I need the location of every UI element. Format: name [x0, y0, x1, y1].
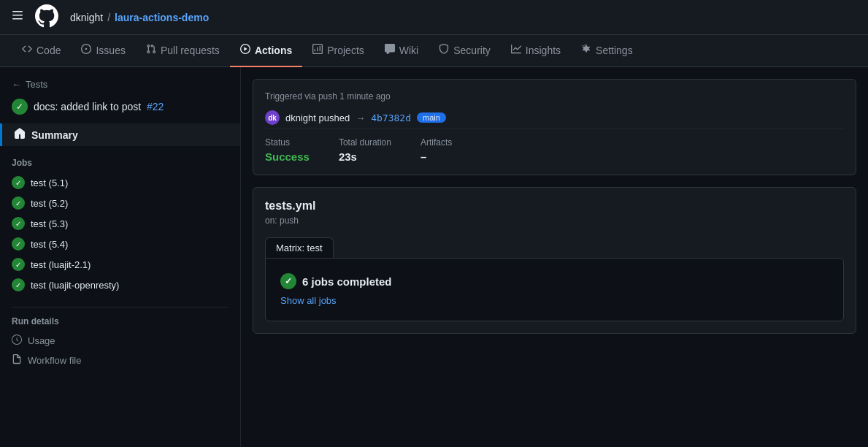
sidebar: ← Tests ✓ docs: added link to post #22 S…: [0, 67, 241, 447]
job-item-2[interactable]: ✓ test (5.2): [0, 193, 240, 213]
tab-actions-label: Actions: [255, 45, 292, 56]
jobs-completed-row: ✓ 6 jobs completed: [280, 273, 829, 289]
job-check-4: ✓: [12, 237, 25, 251]
tab-pull-requests[interactable]: Pull requests: [136, 35, 230, 67]
job-label-4: test (5.4): [31, 239, 68, 250]
duration-label: Total duration: [339, 137, 391, 148]
summary-icon: [14, 128, 26, 142]
tab-insights-label: Insights: [526, 45, 561, 56]
workflow-file-icon: [12, 354, 22, 367]
job-check-3: ✓: [12, 217, 25, 230]
branch-badge[interactable]: main: [417, 112, 446, 123]
breadcrumb: dknight / laura-actions-demo: [70, 12, 209, 23]
run-title-text: docs: added link to post #22: [34, 101, 164, 112]
avatar: dk: [265, 110, 280, 125]
summary-label: Summary: [31, 129, 78, 141]
run-status-icon: ✓: [12, 99, 28, 115]
settings-icon: [581, 44, 591, 56]
usage-icon: [12, 335, 22, 347]
trigger-text: Triggered via push 1 minute ago: [265, 91, 391, 102]
job-check-6: ✓: [12, 278, 25, 291]
job-label-3: test (5.3): [31, 218, 68, 229]
tab-pr-label: Pull requests: [161, 45, 220, 56]
job-item-3[interactable]: ✓ test (5.3): [0, 213, 240, 234]
projects-icon: [312, 44, 323, 56]
matrix-section: Matrix: test ✓ 6 jobs completed Show all…: [265, 237, 844, 321]
nav-username[interactable]: dknight: [70, 12, 103, 23]
job-item-6[interactable]: ✓ test (luajit-openresty): [0, 275, 240, 295]
matrix-content: ✓ 6 jobs completed Show all jobs: [265, 258, 844, 321]
nav-repo[interactable]: laura-actions-demo: [115, 12, 209, 23]
actions-icon: [240, 44, 250, 56]
summary-item[interactable]: Summary: [0, 123, 240, 146]
artifacts-value: –: [420, 150, 452, 163]
tab-issues[interactable]: Issues: [71, 35, 135, 67]
jobs-section: Jobs ✓ test (5.1) ✓ test (5.2) ✓ test (5…: [0, 149, 240, 301]
tab-security[interactable]: Security: [429, 35, 501, 67]
tab-code[interactable]: Code: [12, 35, 71, 67]
tab-projects-label: Projects: [327, 45, 364, 56]
meta-columns: Status Success Total duration 23s Artifa…: [265, 128, 844, 163]
workflow-card: tests.yml on: push Matrix: test ✓ 6 jobs…: [253, 187, 856, 334]
tab-wiki-label: Wiki: [399, 45, 418, 56]
back-arrow: ←: [12, 79, 21, 90]
artifacts-col: Artifacts –: [420, 137, 452, 163]
tab-security-label: Security: [453, 45, 491, 56]
job-item-1[interactable]: ✓ test (5.1): [0, 172, 240, 193]
job-label-6: test (luajit-openresty): [31, 280, 119, 291]
tab-settings[interactable]: Settings: [571, 35, 643, 67]
tab-insights[interactable]: Insights: [501, 35, 571, 67]
run-title: ✓ docs: added link to post #22: [0, 96, 240, 123]
tab-wiki[interactable]: Wiki: [375, 35, 429, 67]
tab-issues-label: Issues: [96, 45, 125, 56]
tab-settings-label: Settings: [596, 45, 633, 56]
right-panel: Triggered via push 1 minute ago dk dknig…: [241, 67, 868, 447]
tab-projects[interactable]: Projects: [302, 35, 375, 67]
meta-row: dk dknight pushed → 4b7382d main: [265, 110, 844, 125]
matrix-tab[interactable]: Matrix: test: [265, 237, 334, 258]
jobs-completed-icon: ✓: [280, 273, 296, 289]
jobs-completed-text: 6 jobs completed: [302, 275, 392, 288]
duration-col: Total duration 23s: [339, 137, 391, 163]
wiki-icon: [385, 44, 395, 56]
commit-hash[interactable]: 4b7382d: [371, 112, 411, 123]
back-label: Tests: [26, 79, 47, 90]
workflow-trigger: on: push: [265, 215, 844, 226]
breadcrumb-sep: /: [107, 12, 110, 23]
workflow-file-label: Workflow file: [28, 355, 81, 366]
tab-code-label: Code: [37, 45, 61, 56]
status-label: Status: [265, 137, 310, 148]
show-all-jobs-link[interactable]: Show all jobs: [280, 295, 829, 306]
issues-icon: [81, 44, 91, 56]
job-label-1: test (5.1): [31, 177, 68, 188]
detail-workflow[interactable]: Workflow file: [0, 351, 240, 370]
run-title-main: docs: added link to post: [34, 101, 141, 112]
artifacts-label: Artifacts: [420, 137, 452, 148]
detail-usage[interactable]: Usage: [0, 331, 240, 351]
divider: [12, 307, 228, 307]
push-arrow: →: [356, 112, 365, 123]
status-col: Status Success: [265, 137, 310, 163]
job-item-4[interactable]: ✓ test (5.4): [0, 234, 240, 254]
top-nav: dknight / laura-actions-demo: [0, 0, 868, 35]
usage-label: Usage: [28, 335, 55, 346]
main-content: ← Tests ✓ docs: added link to post #22 S…: [0, 67, 868, 447]
job-check-5: ✓: [12, 258, 25, 271]
insights-icon: [511, 44, 521, 56]
repo-tabs: Code Issues Pull requests Actions Projec…: [0, 35, 868, 67]
job-label-5: test (luajit-2.1): [31, 259, 91, 270]
pusher-text: dknight pushed: [285, 112, 350, 123]
duration-value: 23s: [339, 150, 391, 163]
code-icon: [22, 44, 32, 56]
trigger-info: Triggered via push 1 minute ago: [265, 91, 844, 102]
job-check-2: ✓: [12, 196, 25, 210]
back-link[interactable]: ← Tests: [0, 76, 240, 96]
run-pr-number[interactable]: #22: [147, 101, 164, 112]
job-label-2: test (5.2): [31, 198, 68, 209]
job-item-5[interactable]: ✓ test (luajit-2.1): [0, 254, 240, 275]
pr-icon: [146, 44, 156, 56]
jobs-label: Jobs: [0, 155, 240, 172]
hamburger-icon[interactable]: [12, 9, 23, 25]
github-logo[interactable]: [35, 4, 58, 30]
tab-actions[interactable]: Actions: [230, 35, 302, 67]
